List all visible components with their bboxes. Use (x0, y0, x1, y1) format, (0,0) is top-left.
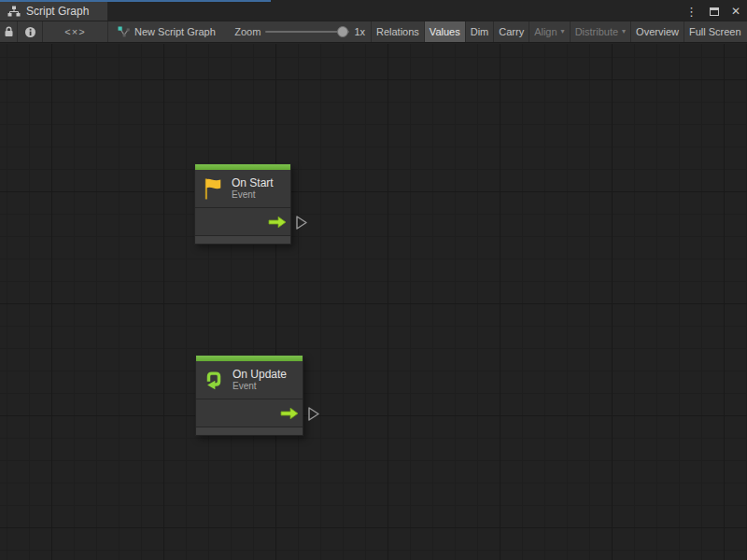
code-toggle-button[interactable]: <×> (43, 21, 108, 42)
node-title: On Start (232, 177, 274, 189)
flow-arrow-icon (280, 407, 299, 420)
info-icon (24, 26, 36, 38)
node-port-row (195, 207, 290, 235)
chevron-down-icon: ▾ (622, 28, 626, 35)
distribute-dropdown-button[interactable]: Distribute ▾ (570, 21, 630, 42)
flag-icon (203, 176, 223, 201)
node-titles: On Update Event (233, 369, 287, 391)
relations-button[interactable]: Relations (371, 21, 424, 42)
connection-target-triangle[interactable] (295, 215, 308, 231)
loop-icon (204, 369, 224, 391)
zoom-value: 1x (354, 26, 371, 37)
close-icon[interactable]: ✕ (731, 6, 740, 17)
node-footer (196, 427, 303, 435)
hollow-triangle-icon (295, 215, 308, 231)
node-header: On Start Event (195, 170, 290, 207)
full-screen-button[interactable]: Full Screen (684, 21, 746, 42)
node-title: On Update (233, 369, 287, 380)
node-subtitle: Event (233, 382, 287, 391)
carry-button[interactable]: Carry (493, 21, 529, 42)
control-output-port[interactable] (268, 216, 287, 229)
connection-target-triangle[interactable] (307, 406, 320, 422)
graph-hierarchy-icon (7, 6, 21, 17)
zoom-slider[interactable] (265, 21, 349, 42)
new-script-graph-button[interactable]: New Script Graph (112, 26, 221, 38)
node-footer (195, 235, 290, 244)
control-output-port[interactable] (280, 407, 299, 420)
flow-arrow-icon (268, 216, 287, 229)
node-header: On Update Event (196, 361, 303, 399)
zoom-slider-handle[interactable] (337, 26, 348, 37)
dim-button[interactable]: Dim (465, 21, 494, 42)
window-controls: ⋮ ✕ (685, 2, 740, 21)
toolbar-left: <×> New Script Graph Zoom 1x (0, 21, 371, 42)
tab-title: Script Graph (26, 5, 89, 18)
node-on-start[interactable]: On Start Event (194, 163, 291, 245)
title-bar: Script Graph ⋮ ✕ (0, 0, 747, 21)
lock-button[interactable] (0, 21, 18, 42)
tab-script-graph[interactable]: Script Graph (0, 2, 107, 21)
info-button[interactable] (18, 21, 43, 42)
node-port-row (196, 399, 303, 427)
values-button[interactable]: Values (424, 21, 465, 42)
align-dropdown-button[interactable]: Align ▾ (529, 21, 569, 42)
hollow-triangle-icon (307, 406, 320, 422)
graph-asset-icon (118, 26, 130, 38)
toolbar-right: Relations Values Dim Carry Align ▾ Distr… (371, 21, 746, 42)
code-brackets-icon: <×> (64, 26, 85, 37)
maximize-icon[interactable] (710, 7, 719, 16)
menu-kebab-icon[interactable]: ⋮ (685, 6, 698, 18)
chevron-down-icon: ▾ (561, 28, 565, 35)
overview-button[interactable]: Overview (630, 21, 684, 42)
node-on-update[interactable]: On Update Event (195, 355, 303, 436)
script-graph-window: Script Graph ⋮ ✕ (0, 0, 747, 560)
graph-canvas[interactable]: On Start Event (0, 44, 747, 560)
node-subtitle: Event (232, 190, 274, 200)
zoom-label: Zoom (234, 26, 261, 37)
graph-toolbar: <×> New Script Graph Zoom 1x Relations (0, 21, 747, 43)
lock-icon (4, 26, 14, 37)
new-script-graph-label: New Script Graph (134, 26, 216, 37)
node-titles: On Start Event (232, 177, 274, 200)
